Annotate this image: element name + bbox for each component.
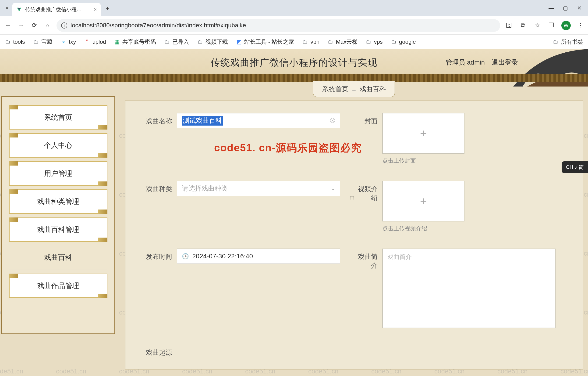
profile-avatar[interactable]: W (561, 21, 571, 30)
browser-chrome: ▾ 传统戏曲推广微信小程序的设计 × + — ▢ ✕ ← → ⟳ ⌂ i loc… (0, 0, 588, 49)
bookmark-video[interactable]: 🗀视频下载 (197, 38, 228, 46)
sidebar-item-users[interactable]: 用户管理 (9, 161, 107, 186)
maximize-icon[interactable]: ▢ (563, 5, 568, 11)
new-tab-button[interactable]: + (103, 3, 112, 13)
sidebar-item-works[interactable]: 戏曲作品管理 (9, 274, 107, 298)
crumb-current: 戏曲百科 (360, 85, 386, 94)
crumb-home[interactable]: 系统首页 (322, 85, 348, 94)
chevron-down-icon: ⌄ (331, 186, 335, 191)
time-input[interactable]: 🕓 2024-07-30 22:16:40 (177, 249, 340, 264)
url-text: localhost:8080/springboota7eoo/admin/dis… (71, 22, 246, 29)
site-info-icon[interactable]: i (61, 22, 67, 29)
tab-title: 传统戏曲推广微信小程序的设计 (25, 6, 86, 13)
video-upload[interactable]: + (382, 181, 464, 221)
plus-icon: + (420, 194, 427, 208)
tool-icon: ◩ (236, 39, 242, 45)
forward-icon[interactable]: → (17, 22, 25, 30)
folder-icon: 🗀 (197, 39, 203, 45)
folder-icon: 🗀 (5, 39, 11, 45)
sheet-icon: ▦ (114, 39, 120, 45)
folder-icon: 🗀 (327, 39, 334, 45)
folder-icon: 🗀 (553, 39, 559, 45)
crumb-separator-icon: ≡ (352, 85, 356, 93)
plus-icon: + (420, 126, 427, 140)
form-panel: code51. cn-源码乐园盗图必究 戏曲名称 测试戏曲百科 ⓧ 封面 + (125, 100, 583, 369)
bookmark-zhanzhang[interactable]: ◩站长工具 - 站长之家 (236, 38, 294, 46)
address-bar[interactable]: i localhost:8080/springboota7eoo/admin/d… (56, 19, 500, 32)
folder-icon: 🗀 (302, 39, 308, 45)
name-value: 测试戏曲百科 (182, 116, 223, 126)
time-label: 发布时间 (139, 249, 177, 261)
folder-icon: 🗀 (366, 39, 371, 45)
bookmark-baozang[interactable]: 🗀宝藏 (33, 38, 52, 46)
name-label: 戏曲名称 (139, 113, 177, 126)
cover-upload[interactable]: + (382, 113, 464, 154)
ime-indicator[interactable]: CH ♪ 简 (562, 161, 588, 173)
back-icon[interactable]: ← (4, 22, 12, 30)
intro-label: 戏曲简介 (354, 249, 382, 270)
cover-upload-hint: 点击上传封面 (382, 157, 464, 164)
ime-text: CH ♪ 简 (566, 164, 584, 171)
password-key-icon[interactable]: ⚿ (505, 22, 513, 29)
toolbar: ← → ⟳ ⌂ i localhost:8080/springboota7eoo… (0, 16, 588, 35)
app-header: 传统戏曲推广微信小程序的设计与实现 管理员 admin 退出登录 (0, 49, 588, 77)
bookmark-all[interactable]: 🗀所有书签 (553, 38, 583, 46)
sidebar: 系统首页 个人中心 用户管理 戏曲种类管理 戏曲百科管理 戏曲百科 戏曲作品管理 (1, 96, 115, 334)
home-icon[interactable]: ⌂ (43, 22, 51, 30)
bookmark-maxyunti[interactable]: 🗀Max云梯 (327, 38, 357, 46)
clock-icon: 🕓 (182, 253, 189, 260)
origin-label: 戏曲起源 (139, 344, 177, 357)
bookmark-imported[interactable]: 🗀已导入 (164, 38, 189, 46)
bookmark-uplod[interactable]: ⤒uplod (84, 39, 106, 45)
intro-textarea[interactable]: 戏曲简介 (382, 249, 556, 328)
sidebar-item-types[interactable]: 戏曲种类管理 (9, 189, 107, 214)
vue-favicon-icon (16, 7, 22, 12)
star-icon[interactable]: ☆ (533, 22, 541, 29)
close-window-icon[interactable]: ✕ (577, 5, 581, 11)
name-input[interactable]: 测试戏曲百科 ⓧ (177, 113, 340, 128)
window-controls: — ▢ ✕ (548, 5, 586, 11)
sidebar-item-baike[interactable]: 戏曲百科 (9, 245, 107, 270)
bookmarks-bar: 🗀tools 🗀宝藏 ∞txy ⤒uplod ▦共享账号密码 🗀已导入 🗀视频下… (0, 35, 588, 49)
folder-icon: 🗀 (391, 39, 397, 45)
type-label: 戏曲种类 (139, 181, 177, 193)
folder-icon: 🗀 (33, 39, 39, 45)
bookmark-txy[interactable]: ∞txy (61, 39, 76, 45)
page-title: 传统戏曲推广微信小程序的设计与实现 (211, 56, 377, 69)
time-value: 2024-07-30 22:16:40 (192, 253, 253, 260)
bookmark-share[interactable]: ▦共享账号密码 (114, 38, 156, 46)
tabs-dropdown-icon[interactable]: ▾ (4, 5, 10, 11)
type-select[interactable]: 请选择戏曲种类 ⌄ (177, 181, 340, 196)
type-placeholder: 请选择戏曲种类 (182, 184, 228, 193)
tab-bar: ▾ 传统戏曲推广微信小程序的设计 × + — ▢ ✕ (0, 0, 588, 16)
folder-icon: 🗀 (164, 39, 170, 45)
browser-tab[interactable]: 传统戏曲推广微信小程序的设计 × (12, 3, 101, 16)
cover-label: 封面 (354, 113, 382, 126)
mouse-cursor-icon: ⬚ (350, 195, 355, 201)
reload-icon[interactable]: ⟳ (30, 22, 38, 30)
link-icon: ∞ (61, 39, 67, 45)
clear-icon[interactable]: ⓧ (330, 117, 335, 124)
minimize-icon[interactable]: — (548, 5, 554, 11)
intro-placeholder: 戏曲简介 (388, 253, 412, 260)
tab-close-icon[interactable]: × (94, 7, 97, 13)
bookmark-tools[interactable]: 🗀tools (5, 39, 25, 45)
menu-icon[interactable]: ⋮ (577, 22, 584, 29)
video-upload-hint: 点击上传视频介绍 (382, 225, 464, 232)
sidebar-item-home[interactable]: 系统首页 (9, 105, 107, 130)
bookmark-vpn[interactable]: 🗀vpn (302, 39, 319, 45)
extensions-icon[interactable]: ❐ (547, 22, 555, 29)
bookmark-google[interactable]: 🗀google (391, 39, 416, 45)
upload-icon: ⤒ (84, 39, 90, 45)
lens-icon[interactable]: ⧉ (519, 22, 527, 29)
admin-label: 管理员 admin (446, 58, 485, 67)
sidebar-item-personal[interactable]: 个人中心 (9, 133, 107, 158)
breadcrumb: 系统首页 ≡ 戏曲百科 (313, 81, 395, 97)
video-label: 视频介绍 (354, 181, 382, 202)
sidebar-item-baike-mgmt[interactable]: 戏曲百科管理 (9, 218, 107, 242)
bookmark-vps[interactable]: 🗀vps (366, 39, 382, 45)
